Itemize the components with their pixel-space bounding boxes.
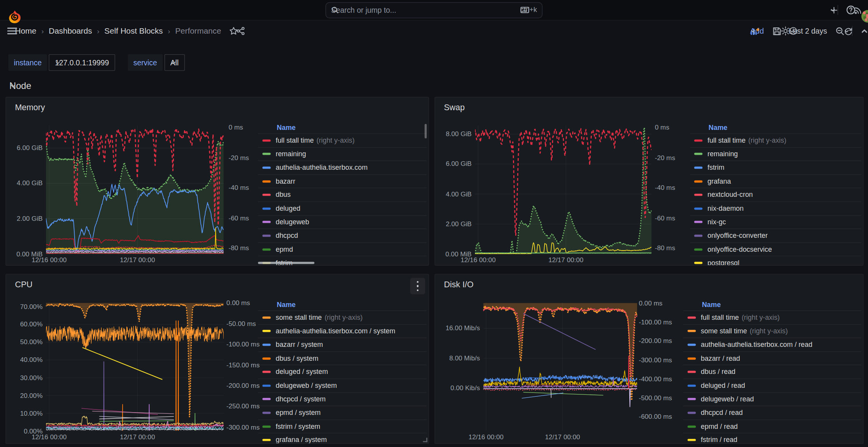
variable-service-dropdown[interactable]: All	[164, 54, 185, 71]
legend-item[interactable]: some stall time(right y-axis)	[258, 311, 427, 324]
legend-item[interactable]: delugeweb / read	[683, 392, 861, 406]
chevron-down-icon	[170, 60, 176, 66]
legend-item[interactable]: remaining	[258, 148, 427, 161]
swap-legend: Namefull stall time(right y-axis)remaini…	[690, 122, 861, 265]
series-lavender-line	[483, 389, 637, 407]
legend-label: authelia-authelia.tiserbox.com / system	[276, 327, 395, 335]
legend-item[interactable]: epmd / system	[258, 406, 427, 420]
breadcrumb-current: Performance	[175, 27, 221, 36]
hamburger-icon	[7, 27, 17, 35]
legend-swatch	[694, 248, 702, 251]
legend-header[interactable]: Name	[258, 122, 427, 134]
legend-item[interactable]: deluged / system	[258, 365, 427, 379]
legend-item[interactable]: dhcpcd	[258, 229, 427, 243]
row-node-header[interactable]: Node	[0, 71, 868, 91]
legend-item[interactable]: delugeweb / system	[258, 379, 427, 392]
right-axis-tick: -60 ms	[229, 214, 249, 222]
time-range-picker[interactable]: Last 2 days	[789, 27, 827, 35]
panel-resize-handle[interactable]	[423, 438, 427, 442]
legend-swatch	[694, 235, 702, 237]
legend-item[interactable]: authelia-authelia.tiserbox.com	[258, 161, 427, 175]
series-purple-diagonal	[523, 314, 596, 350]
breadcrumb-dashboards[interactable]: Dashboards	[49, 27, 92, 36]
legend-item[interactable]: nix-daemon	[690, 202, 861, 215]
add-panel-button[interactable]: Add	[750, 27, 764, 36]
left-axis-tick: 8.00 GiB	[446, 130, 472, 138]
variable-label-service: service	[128, 54, 162, 71]
legend-item[interactable]: epmd	[258, 243, 427, 256]
legend-swatch	[694, 221, 702, 224]
grafana-app: ctrl+k	[0, 0, 868, 447]
legend-swatch	[687, 316, 695, 319]
legend-label: epmd	[276, 246, 293, 253]
legend-item[interactable]: authelia-authelia.tiserbox.com / system	[258, 324, 427, 338]
legend-item[interactable]: onlyoffice-converter	[690, 229, 861, 243]
legend-item[interactable]: deluged / read	[683, 379, 861, 392]
legend-swatch	[262, 344, 270, 346]
legend-item[interactable]: grafana	[690, 175, 861, 188]
search-bar[interactable]: ctrl+k	[326, 2, 543, 18]
legend-header[interactable]: Name	[683, 299, 861, 311]
legend-item[interactable]: dbus	[258, 188, 427, 202]
right-axis-tick: -80 ms	[655, 244, 675, 252]
legend-vertical-scrollbar[interactable]	[425, 124, 427, 138]
legend-item[interactable]: delugeweb	[258, 216, 427, 229]
right-axis-tick: -200.00 ms	[226, 382, 260, 389]
legend-item[interactable]: nextcloud-cron	[690, 188, 861, 202]
right-axis-tick: 0.00 ms	[639, 299, 663, 307]
left-axis-tick: 60.00%	[20, 321, 43, 328]
right-axis-tick: -40 ms	[229, 184, 249, 191]
breadcrumb: Home › Dashboards › Self Host Blocks › P…	[15, 27, 221, 36]
right-axis-tick: -500.00 ms	[639, 394, 672, 402]
legend-item[interactable]: bazarr / system	[258, 338, 427, 352]
legend-item[interactable]: epmd / read	[683, 420, 861, 433]
breadcrumb-home[interactable]: Home	[15, 27, 36, 36]
legend-item[interactable]: bazarr	[258, 175, 427, 188]
legend-item[interactable]: authelia-authelia.tiserbox.com / read	[683, 338, 861, 352]
breadcrumb-separator: ›	[97, 27, 99, 35]
legend-item[interactable]: full stall time(right y-axis)	[690, 134, 861, 147]
legend-item[interactable]: bazarr / read	[683, 352, 861, 365]
breadcrumb-folder[interactable]: Self Host Blocks	[104, 27, 163, 36]
legend-item[interactable]: remaining	[690, 148, 861, 161]
legend-item[interactable]: deluged	[258, 202, 427, 215]
right-axis-tick: 0.00 ms	[226, 299, 250, 307]
legend-item[interactable]: dbus / system	[258, 352, 427, 365]
legend-swatch	[262, 371, 270, 373]
legend-swatch	[694, 262, 702, 264]
legend-swatch	[694, 194, 702, 196]
legend-item[interactable]: dhcpcd / read	[683, 406, 861, 420]
left-axis-tick: 40.00%	[20, 356, 43, 364]
search-input[interactable]	[331, 6, 516, 14]
legend-swatch	[262, 384, 270, 387]
legend-item[interactable]: dbus / read	[683, 365, 861, 379]
legend-item[interactable]: full stall time(right y-axis)	[683, 311, 861, 324]
legend-item[interactable]: full stall time(right y-axis)	[258, 134, 427, 147]
series-yellow-diagonal	[82, 348, 162, 380]
chevron-down-icon	[789, 28, 795, 34]
legend-item[interactable]: fstrim	[690, 161, 861, 175]
legend-item[interactable]: dhcpcd / system	[258, 392, 427, 406]
legend-label: full stall time	[276, 136, 314, 144]
legend-item[interactable]: fstrim / read	[683, 433, 861, 443]
legend-item[interactable]: nix-gc	[690, 216, 861, 229]
breadcrumb-separator: ›	[41, 27, 44, 35]
legend-horizontal-scrollbar[interactable]	[258, 262, 314, 264]
left-axis-tick: 2.00 GiB	[17, 215, 43, 223]
x-axis-tick: 12/17 00:00	[120, 256, 155, 264]
share-icon	[236, 27, 245, 36]
legend-label: dhcpcd / read	[701, 409, 743, 417]
legend-header[interactable]: Name	[258, 299, 427, 311]
series-orange-tall-spike-2	[178, 321, 179, 431]
plot-area	[46, 302, 224, 431]
legend-swatch	[262, 207, 270, 210]
series-white-noisy	[46, 429, 224, 430]
legend-item[interactable]: grafana / system	[258, 433, 427, 443]
variable-instance-dropdown[interactable]: 127.0.0.1:19999	[49, 54, 115, 71]
legend-item[interactable]: fstrim / system	[258, 420, 427, 433]
legend-item[interactable]: postgresql	[690, 256, 861, 265]
legend-item[interactable]: onlyoffice-docservice	[690, 243, 861, 256]
legend-header[interactable]: Name	[690, 122, 861, 134]
right-axis-tick: -250.00 ms	[226, 403, 260, 410]
legend-item[interactable]: some stall time(right y-axis)	[683, 324, 861, 338]
